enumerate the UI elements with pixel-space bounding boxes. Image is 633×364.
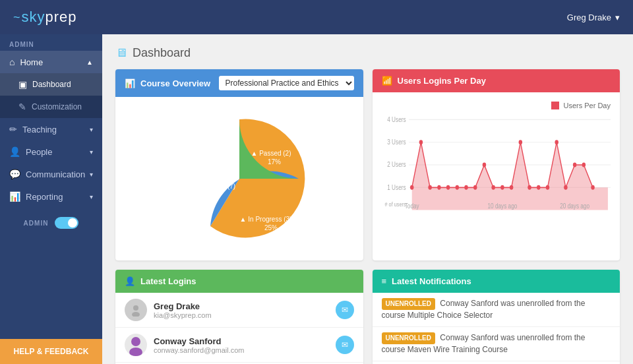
svg-point-15 (129, 348, 142, 356)
data-dot (518, 140, 522, 144)
people-icon: 👤 (9, 146, 20, 157)
data-dot (564, 185, 567, 190)
line-chart-svg: 4 Users 3 Users 2 Users 1 Users # of use… (382, 112, 611, 218)
data-dot (473, 185, 477, 190)
sidebar-communication-label: Communication (26, 169, 85, 179)
course-overview-card: 📊 Course Overview Professional Practice … (115, 69, 363, 260)
data-dot (428, 185, 431, 190)
pie-chart: ▲ Not Started (7) 58% ▲ In Progress (3) … (173, 113, 305, 245)
avatar (125, 334, 147, 356)
latest-logins-title: Latest Logins (140, 276, 196, 286)
svg-text:10 days ago: 10 days ago (487, 202, 517, 210)
bar-chart-icon: 📶 (382, 76, 392, 86)
course-overview-header: 📊 Course Overview Professional Practice … (115, 69, 363, 97)
login-name: Greg Drake (154, 301, 329, 311)
area-fill (411, 142, 607, 210)
sidebar-item-reporting[interactable]: 📊 Reporting ▾ (0, 185, 102, 208)
sidebar-item-dashboard[interactable]: ▣ Dashboard (0, 73, 102, 96)
list-item: UNENROLLED Conway Sanford was unenrolled… (373, 327, 620, 361)
admin-label: ADMIN (0, 34, 102, 51)
list-item: ENROLLED Greg Drake was enrolled in the … (373, 361, 620, 364)
monitor-icon: 🖥 (115, 46, 127, 60)
latest-logins-body: Greg Drake kia@skyprep.com ✉ Conway Sanf… (115, 293, 363, 364)
teaching-arrow-icon: ▾ (90, 126, 93, 133)
login-name: Conway Sanford (154, 336, 329, 346)
svg-point-14 (131, 337, 140, 346)
data-dot (509, 185, 512, 190)
svg-text:Today: Today (404, 202, 419, 210)
sidebar-people-label: People (26, 147, 52, 157)
svg-point-12 (133, 305, 138, 311)
content-area: 🖥 Dashboard 📊 Course Overview Profession… (102, 34, 633, 364)
course-overview-body: ▲ Not Started (7) 58% ▲ In Progress (3) … (115, 97, 363, 260)
main-layout: ADMIN ⌂ Home ▲ ▣ Dashboard ✎ Customizati… (0, 34, 633, 364)
latest-notifications-title: Latest Notifications (392, 276, 471, 286)
reporting-arrow-icon: ▾ (90, 193, 93, 200)
chart-legend: Users Per Day (382, 99, 611, 112)
data-dot (555, 140, 558, 144)
unenrolled-badge: UNENROLLED (382, 332, 435, 344)
dashboard-icon: ▣ (18, 79, 27, 90)
svg-point-13 (132, 312, 140, 317)
customization-icon: ✎ (18, 102, 26, 112)
data-dot (464, 185, 467, 190)
message-button[interactable]: ✉ (336, 336, 354, 354)
sidebar-item-communication[interactable]: 💬 Communication ▾ (0, 163, 102, 185)
dashboard-bottom-grid: 👤 Latest Logins Greg Drake kia@skyprep.c… (115, 270, 620, 364)
page-title-text: Dashboard (133, 46, 191, 60)
logo: ~ skyprep (13, 9, 77, 26)
sidebar-customization-label: Customization (32, 102, 82, 111)
page-title: 🖥 Dashboard (115, 46, 620, 60)
sidebar-item-customization[interactable]: ✎ Customization (0, 96, 102, 118)
sidebar-item-home[interactable]: ⌂ Home ▲ (0, 51, 102, 73)
course-select[interactable]: Professional Practice and Ethics Course … (219, 76, 354, 90)
pie-label-in-progress: ▲ In Progress (3) (239, 216, 291, 223)
dashboard-top-grid: 📊 Course Overview Professional Practice … (115, 69, 620, 260)
list-item: Greg Drake kia@skyprep.com ✉ (115, 293, 363, 328)
help-feedback-button[interactable]: HELP & FEEDBACK (0, 339, 102, 364)
admin-toggle-area: ADMIN (0, 210, 102, 235)
data-dot (545, 185, 549, 190)
svg-text:4 Users: 4 Users (387, 116, 406, 123)
logins-chart-body: Users Per Day 4 Users 3 Users 2 U (373, 92, 620, 224)
logins-chart-card: 📶 Users Logins Per Day Users Per Day (373, 69, 620, 260)
sidebar-reporting-label: Reporting (26, 192, 63, 202)
login-email: conway.sanford@gmail.com (154, 346, 329, 354)
pie-pct-in-progress: 25% (264, 224, 278, 231)
data-dot (528, 185, 531, 190)
latest-notifications-card: ≡ Latest Notifications UNENROLLED Conway… (373, 270, 620, 364)
notifications-body: UNENROLLED Conway Sanford was unenrolled… (373, 293, 620, 364)
logins-chart-header: 📶 Users Logins Per Day (373, 69, 620, 92)
communication-icon: 💬 (9, 169, 20, 179)
data-dot (572, 163, 576, 167)
admin-toggle[interactable] (55, 217, 78, 229)
avatar (125, 299, 147, 321)
data-dot (409, 185, 413, 190)
bell-icon: ≡ (382, 276, 387, 286)
toggle-label: ADMIN (24, 220, 49, 227)
pie-chart-container: ▲ Not Started (7) 58% ▲ In Progress (3) … (125, 106, 354, 251)
chart-icon: 📊 (125, 78, 135, 88)
user-menu[interactable]: Greg Drake ▾ (567, 13, 620, 22)
logo-icon: ~ (13, 11, 20, 24)
person-icon: 👤 (125, 276, 135, 286)
data-dot (537, 185, 540, 190)
svg-text:2 Users: 2 Users (387, 162, 406, 169)
sidebar-item-people[interactable]: 👤 People ▾ (0, 140, 102, 163)
sidebar-item-teaching[interactable]: ✏ Teaching ▾ (0, 118, 102, 140)
pie-label-not-started: ▲ Not Started (7) (184, 183, 235, 190)
message-button[interactable]: ✉ (336, 301, 354, 319)
data-dot (482, 163, 485, 167)
teaching-icon: ✏ (9, 124, 17, 135)
svg-text:1 Users: 1 Users (387, 184, 406, 191)
data-dot (591, 185, 594, 190)
course-dropdown[interactable]: Professional Practice and Ethics Course … (219, 76, 354, 90)
pie-label-passed: ▲ Passed (2) (251, 150, 291, 157)
login-info: Conway Sanford conway.sanford@gmail.com (154, 336, 329, 354)
list-item: Conway Sanford conway.sanford@gmail.com … (115, 328, 363, 363)
data-dot (500, 185, 504, 190)
course-overview-title: Course Overview (140, 78, 210, 88)
communication-arrow-icon: ▾ (90, 171, 93, 178)
sidebar-teaching-label: Teaching (22, 125, 57, 135)
data-dot (455, 185, 458, 190)
